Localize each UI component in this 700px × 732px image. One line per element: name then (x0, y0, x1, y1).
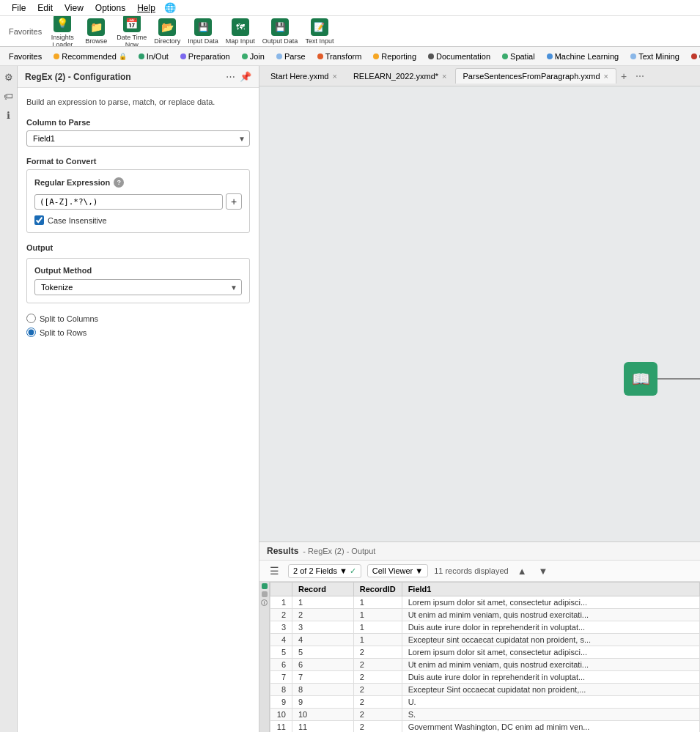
col-row-num-header (270, 583, 292, 596)
results-toolbar: ☰ 2 of 2 Fields ▼ ✓ Cell Viewer ▼ 11 rec… (259, 561, 700, 582)
tab-add-btn[interactable]: + (616, 69, 631, 84)
spatial-dot (502, 53, 508, 59)
regex-input[interactable] (34, 194, 223, 210)
node-book[interactable]: 📖 (624, 362, 657, 396)
cell-recordid: 1 (353, 621, 402, 634)
cell-record: 6 (292, 659, 354, 671)
globe-icon[interactable]: 🌐 (164, 2, 176, 13)
tab-relearn-close[interactable]: × (442, 72, 446, 81)
results-table-wrap[interactable]: Record RecordID Field1 1 1 1 Lorem ipsum… (270, 582, 700, 732)
ribbon-mapinput-btn[interactable]: 🗺 Map Input (223, 17, 258, 46)
cell-recordid: 2 (353, 671, 402, 684)
tab-more-btn[interactable]: ⋯ (631, 70, 649, 83)
cell-record: 2 (292, 609, 354, 621)
cat-parse[interactable]: Parse (273, 51, 309, 62)
cell-field1: S. (402, 709, 699, 721)
cell-record: 9 (292, 696, 354, 709)
split-to-columns-label[interactable]: Split to Columns (40, 314, 98, 323)
viewer-dropdown-btn[interactable]: Cell Viewer ▼ (367, 564, 428, 577)
reporting-dot (373, 53, 379, 59)
results-main: i Record RecordID Field1 (259, 582, 700, 732)
ribbon-textinput-btn[interactable]: 📝 Text Input (302, 17, 336, 46)
col-recordid-header[interactable]: RecordID (353, 583, 402, 596)
menu-help[interactable]: Help (131, 1, 161, 15)
table-row: 11 11 2 Government Washington, DC enim a… (270, 721, 700, 733)
ribbon-browse-btn[interactable]: 📁 Browse (80, 17, 112, 46)
cat-ml[interactable]: Machine Learning (544, 51, 622, 62)
cell-rownum: 5 (270, 646, 292, 659)
ribbon-insights-btn[interactable]: 💡 InsightsLoader (46, 16, 78, 47)
sidebar-settings-icon[interactable]: ⚙ (2, 70, 15, 84)
case-insensitive-wrap: Case Insensitive (34, 215, 242, 225)
tab-parse[interactable]: ParseSentencesFromParagraph.yxmd × (455, 68, 617, 84)
cell-field1: Lorem ipsum dolor sit amet, consectetur … (402, 596, 699, 609)
results-menu-btn[interactable]: ☰ (267, 563, 282, 578)
output-method-label: Output Method (34, 266, 242, 275)
tab-start-close[interactable]: × (332, 72, 336, 81)
case-insensitive-checkbox[interactable] (34, 215, 44, 225)
col-field1-header[interactable]: Field1 (402, 583, 699, 596)
tab-parse-close[interactable]: × (604, 72, 608, 81)
cell-recordid: 2 (353, 696, 402, 709)
left-bar-dot-1 (262, 591, 268, 597)
menu-bar: File Edit View Options Help 🌐 (0, 0, 700, 16)
sidebar-info-icon[interactable]: ℹ (2, 108, 15, 122)
cell-record: 10 (292, 709, 354, 721)
cat-spatial[interactable]: Spatial (499, 51, 538, 62)
column-to-parse-select[interactable]: Field1 (26, 130, 250, 147)
table-row: 2 2 1 Ut enim ad minim veniam, quis nost… (270, 609, 700, 621)
help-icon[interactable]: ? (114, 177, 124, 188)
favorites-label: Favorites (9, 27, 42, 36)
split-to-rows-label[interactable]: Split to Rows (40, 328, 86, 337)
case-insensitive-label[interactable]: Case Insensitive (48, 216, 107, 225)
menu-edit[interactable]: Edit (32, 1, 59, 15)
panel-header: RegEx (2) - Configuration ⋯ 📌 (18, 66, 259, 88)
ribbon-outputdata-btn[interactable]: 💾 Output Data (259, 17, 301, 46)
sidebar-tag-icon[interactable]: 🏷 (2, 89, 15, 103)
ribbon-datetime-btn[interactable]: 📅 Date TimeNow (114, 16, 150, 47)
split-to-columns-radio[interactable] (26, 314, 36, 323)
format-to-convert-label: Format to Convert (26, 157, 250, 166)
cat-documentation[interactable]: Documentation (425, 51, 493, 62)
cat-transform-label: Transform (325, 52, 362, 61)
tab-relearn[interactable]: RELEARN_2022.yxmd* × (345, 68, 455, 84)
ribbon-inputdata-btn[interactable]: 💾 Input Data (185, 17, 221, 46)
menu-file[interactable]: File (6, 1, 32, 15)
next-page-btn[interactable]: ▼ (536, 564, 551, 578)
canvas[interactable]: 📖 123 .* 🔭 🔭 ◆ 🔭 (259, 86, 700, 541)
viewer-label: Cell Viewer (372, 566, 413, 575)
cat-inout[interactable]: In/Out (136, 51, 172, 62)
table-row: 1 1 1 Lorem ipsum dolor sit amet, consec… (270, 596, 700, 609)
left-bar-green-dot (262, 583, 268, 589)
cat-join[interactable]: Join (239, 51, 268, 62)
cat-reporting[interactable]: Reporting (370, 51, 419, 62)
panel-more-btn[interactable]: ⋯ (226, 71, 235, 82)
split-to-rows-radio[interactable] (26, 328, 36, 337)
cat-favorites[interactable]: Favorites (6, 51, 45, 62)
cat-recommended[interactable]: Recommended 🔒 (51, 51, 130, 62)
menu-options[interactable]: Options (89, 1, 131, 15)
panel-pin-btn[interactable]: 📌 (240, 71, 251, 82)
directory-label: Directory (154, 37, 180, 45)
cat-transform[interactable]: Transform (314, 51, 365, 62)
cat-textmining[interactable]: Text Mining (627, 51, 682, 62)
cell-record: 11 (292, 721, 354, 733)
cat-preparation[interactable]: Preparation (177, 51, 233, 62)
tm-dot (630, 53, 636, 59)
menu-view[interactable]: View (59, 1, 89, 15)
output-method-select[interactable]: Tokenize (34, 279, 242, 295)
tab-bar: Start Here.yxmd × RELEARN_2022.yxmd* × P… (259, 66, 700, 86)
col-record-header[interactable]: Record (292, 583, 354, 596)
fields-dropdown-btn[interactable]: 2 of 2 Fields ▼ ✓ (288, 564, 361, 578)
datetime-label: Date TimeNow (117, 34, 147, 48)
regex-add-btn[interactable]: + (226, 193, 242, 210)
cat-reporting-label: Reporting (381, 52, 416, 61)
cell-field1: U. (402, 696, 699, 709)
ribbon-directory-btn[interactable]: 📂 Directory (151, 17, 183, 46)
prev-page-btn[interactable]: ▲ (515, 564, 530, 578)
cell-rownum: 10 (270, 709, 292, 721)
cat-computer[interactable]: Computer (688, 51, 700, 62)
tab-start[interactable]: Start Here.yxmd × (262, 68, 345, 84)
transform-dot (317, 53, 323, 59)
comp-dot (691, 53, 697, 59)
